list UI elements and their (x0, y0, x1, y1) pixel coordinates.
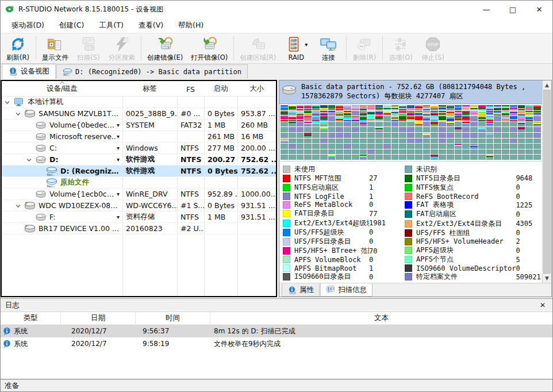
dropdown-caret-icon[interactable]: ▾ (305, 41, 308, 48)
toolbar-button-create-region[interactable]: 创建区域(R) (236, 34, 280, 63)
row-dropdown-icon[interactable]: ▾ (117, 156, 120, 163)
row-dropdown-icon[interactable]: ▾ (117, 214, 120, 220)
tree-row-0[interactable]: 本地计算机 (2, 97, 276, 108)
row-dropdown-icon[interactable]: ▾ (117, 191, 120, 197)
map-block (336, 133, 343, 138)
toolbar-button-partition-search[interactable]: 分区搜索 (105, 34, 139, 63)
log-column-header-3[interactable]: 文本 (210, 312, 552, 324)
volume-icon (35, 155, 47, 164)
tree-row-7[interactable]: Rec.原始文件 (2, 177, 276, 189)
tree-column-header-1[interactable]: 标签 (122, 81, 177, 96)
legend-label: NTFS目录条目 (416, 174, 460, 183)
map-block (367, 122, 375, 127)
menu-item-0[interactable]: 驱动器(D) (4, 21, 52, 30)
expand-chevron-icon[interactable] (26, 156, 34, 163)
toolbar-button-show-files[interactable]: 显示文件 (38, 34, 72, 63)
map-block (399, 111, 406, 116)
map-block (320, 122, 328, 127)
tree-row-11[interactable]: BR17 DEVICE V1.00 1....20160823#2 U... (2, 223, 276, 235)
toolbar-button-options[interactable]: 选项(O) (385, 34, 417, 63)
menu-item-2[interactable]: 工具(T) (91, 21, 130, 30)
legend-swatch (405, 166, 412, 173)
expand-chevron-icon[interactable] (4, 99, 12, 106)
map-block (415, 122, 423, 127)
map-block (352, 144, 359, 149)
maximize-button[interactable]: □ (500, 1, 526, 18)
row-dropdown-icon[interactable]: ▾ (117, 133, 120, 140)
tree-column-header-0[interactable]: 设备/磁盘 (2, 81, 122, 96)
menu-item-3[interactable]: 查看(V) (131, 21, 171, 30)
legend-swatch (283, 220, 290, 227)
tree-row-9[interactable]: WDC WD10EZEX-08W...WD-WCC6Y6...#1 S...0 … (2, 200, 276, 212)
scan-panel-tab-1[interactable]: 扫描信息 (320, 283, 372, 297)
row-dropdown-icon[interactable]: ▾ (117, 122, 120, 128)
tree-column-header-2[interactable]: FS (177, 81, 204, 96)
scrollbar-down-icon[interactable]: ▼ (543, 274, 551, 283)
info-tab-icon (287, 286, 297, 294)
legend-label: UFS/FFS目录条目 (294, 237, 351, 247)
map-block (415, 139, 423, 144)
map-block (518, 149, 525, 155)
map-block (399, 116, 406, 121)
tree-row-3[interactable]: Microsoft reserve..▾261 MB16 MB (2, 131, 276, 143)
row-dropdown-icon[interactable]: ▾ (117, 145, 120, 151)
tree-row-10[interactable]: F:▾资料存储NTFS1 MB931.51 ... (2, 212, 276, 223)
map-block (447, 111, 454, 116)
expand-chevron-icon[interactable] (15, 110, 23, 117)
log-title: 日志 (5, 301, 20, 310)
log-cell-text: 8m 12s 的 D: 扫描已完成 (210, 326, 552, 336)
tree-column-header-3[interactable]: 启动 (204, 81, 237, 96)
scrollbar-up-icon[interactable]: ▲ (543, 80, 551, 90)
map-block (304, 155, 312, 160)
toolbar-button-connect[interactable]: 连接 (312, 34, 344, 63)
map-block (289, 144, 296, 149)
close-button[interactable]: ✕ (526, 1, 552, 18)
menu-item-1[interactable]: 创建(C) (52, 21, 91, 30)
legend-count: 0 (369, 256, 405, 264)
map-block (502, 122, 509, 127)
expand-chevron-icon[interactable] (15, 202, 23, 209)
tree-row-8[interactable]: Volume{1ecb0c98-..▾WinRE_DRVNTFS952.89 .… (2, 189, 276, 200)
log-row-1[interactable]: 系统2020/12/79:58:19文件枚举在9秒内完成 (1, 337, 552, 350)
toolbar-button-delete[interactable]: 删除(R) (348, 34, 381, 63)
menu-item-4[interactable]: 帮助(H) (171, 21, 211, 30)
toolbar-button-raid[interactable]: ▾RAID (280, 34, 312, 63)
view-tab-0[interactable]: 设备视图 (2, 64, 56, 79)
map-block (304, 105, 312, 110)
log-close-icon[interactable]: ✕ (537, 301, 548, 309)
minimize-button[interactable]: — (473, 1, 500, 18)
map-block (525, 105, 533, 110)
log-column-header-1[interactable]: 日期 (61, 312, 136, 324)
scan-panel-scrollbar[interactable]: ▲ ▼ (542, 80, 551, 283)
scrollbar-thumb[interactable] (543, 90, 551, 274)
open-image-icon (200, 35, 218, 53)
log-row-0[interactable]: 系统2020/12/79:56:378m 12s 的 D: 扫描已完成 (1, 325, 552, 337)
view-tab-1[interactable]: Rec.D: (Recognized0) -> Basic data parti… (56, 64, 248, 79)
tree-row-4[interactable]: C:▾WindowsNTFS277 MB200.00 ... (2, 143, 276, 154)
tree-row-5[interactable]: D:▾软件游戏NTFS200.27 ...752.62 ... (2, 154, 276, 166)
scan-panel-tab-0[interactable]: 属性 (282, 284, 320, 297)
map-block (455, 149, 462, 155)
toolbar-button-create-image[interactable]: 创建镜像(E) (143, 34, 187, 63)
cell-text: Windows (126, 144, 158, 152)
tree-row-2[interactable]: Volume{0bedecf0-..▾SYSTEMFAT321 MB260 MB (2, 120, 276, 131)
legend-label: FAT目录条目 (294, 209, 335, 218)
map-block (494, 155, 501, 160)
map-block (281, 116, 288, 121)
toolbar-button-stop[interactable]: STOP停止(S) (417, 34, 449, 63)
legend-item-right-2: NTFS恢复点0 (405, 183, 542, 192)
legend-count: 0 (369, 273, 405, 281)
cell-text: 931.51 ... (241, 201, 275, 210)
tree-row-6[interactable]: Rec.D: (Recognize...软件游戏NTFS0 Bytes752.6… (2, 166, 276, 177)
map-block (304, 116, 312, 121)
toolbar-button-scan[interactable]: 扫描(S) (72, 34, 105, 63)
toolbar-button-open-image[interactable]: 打开镜像(O) (187, 34, 232, 63)
log-column-header-2[interactable]: 时间 (136, 312, 210, 324)
map-block (281, 111, 288, 116)
tree-cell-name: Volume{1ecb0c98-..▾ (2, 189, 122, 199)
tree-cell-name: Rec.原始文件 (2, 177, 122, 188)
tree-row-1[interactable]: SAMSUNG MZVLB1T0...0025_388B_9...#0 ...0… (2, 108, 276, 120)
tree-column-header-4[interactable]: 大小 (237, 81, 276, 96)
toolbar-button-refresh[interactable]: 刷新(R) (2, 34, 34, 63)
log-column-header-0[interactable]: 类型 (1, 312, 61, 324)
